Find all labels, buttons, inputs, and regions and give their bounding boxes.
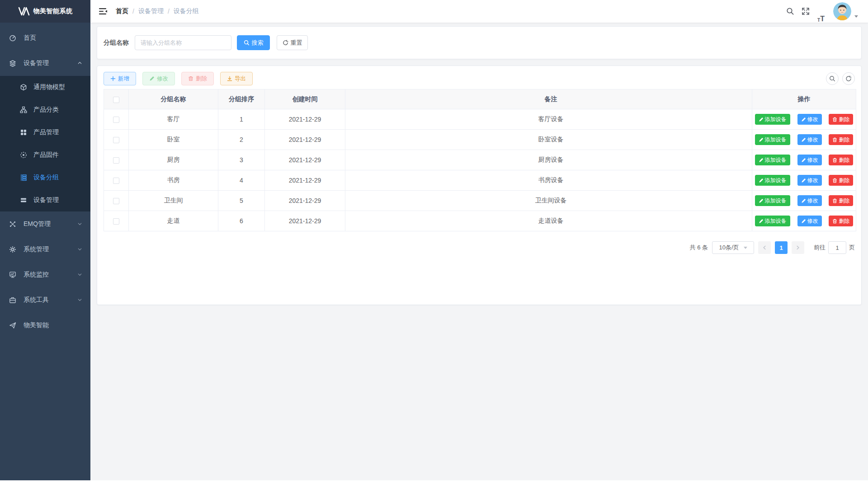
search-panel: 分组名称 搜索 重置 xyxy=(97,26,862,59)
header-group-order: 分组排序 xyxy=(218,89,265,109)
chevron-down-icon xyxy=(77,296,82,304)
row-delete-button[interactable]: 删除 xyxy=(829,155,853,165)
device-group-icon xyxy=(20,174,27,181)
sidebar-item-system-management[interactable]: 系统管理 xyxy=(0,237,90,262)
cell-group-name: 卫生间 xyxy=(129,191,218,211)
add-device-button[interactable]: 添加设备 xyxy=(755,175,790,186)
dashboard-icon xyxy=(9,34,16,42)
sidebar-item-wumei-smart[interactable]: 物美智能 xyxy=(0,313,90,338)
add-device-button[interactable]: 添加设备 xyxy=(755,134,790,145)
add-device-button[interactable]: 添加设备 xyxy=(755,216,790,226)
table-panel: 新增 修改 删除 导出 xyxy=(97,66,862,305)
app-logo[interactable]: 物美智能系统 xyxy=(0,0,90,23)
emq-node-icon xyxy=(9,221,16,228)
row-checkbox[interactable] xyxy=(113,137,119,143)
cell-remark: 客厅设备 xyxy=(345,109,752,130)
sidebar-item-label: 系统管理 xyxy=(24,245,49,253)
sidebar-item-label: 产品固件 xyxy=(33,151,59,159)
cell-remark: 厨房设备 xyxy=(345,150,752,170)
cell-group-name: 书房 xyxy=(129,170,218,191)
cell-actions: 添加设备 修改 删除 xyxy=(752,109,856,130)
cell-group-order: 3 xyxy=(218,150,265,170)
breadcrumb-home[interactable]: 首页 xyxy=(116,7,128,15)
row-checkbox[interactable] xyxy=(113,218,119,225)
header-group-name: 分组名称 xyxy=(129,89,218,109)
add-button[interactable]: 新增 xyxy=(104,72,136,85)
export-button[interactable]: 导出 xyxy=(220,72,253,85)
row-edit-button[interactable]: 修改 xyxy=(797,134,822,145)
cell-group-order: 6 xyxy=(218,211,265,231)
user-menu[interactable] xyxy=(833,2,858,20)
cell-group-name: 厨房 xyxy=(129,150,218,170)
sidebar-item-system-monitor[interactable]: 系统监控 xyxy=(0,262,90,287)
header-remark: 备注 xyxy=(345,89,752,109)
sidebar-item-product-category[interactable]: 产品分类 xyxy=(0,99,90,121)
sidebar-item-device-management[interactable]: 设备管理 xyxy=(0,51,90,76)
sidebar-item-thing-model[interactable]: 通用物模型 xyxy=(0,76,90,99)
row-delete-button[interactable]: 删除 xyxy=(829,195,853,206)
sidebar-item-device-management-sub[interactable]: 设备管理 xyxy=(0,189,90,211)
cell-group-name: 走道 xyxy=(129,211,218,231)
cell-created-time: 2021-12-29 xyxy=(265,170,345,191)
next-page-button[interactable] xyxy=(792,241,804,254)
page-number-1[interactable]: 1 xyxy=(775,241,788,254)
breadcrumb: 首页 / 设备管理 / 设备分组 xyxy=(116,7,199,15)
row-edit-button[interactable]: 修改 xyxy=(797,114,822,125)
group-name-input[interactable] xyxy=(135,35,231,50)
search-button[interactable]: 搜索 xyxy=(237,35,270,50)
grid-icon xyxy=(20,129,27,136)
row-checkbox[interactable] xyxy=(113,157,119,164)
table-row: 书房 4 2021-12-29 书房设备 添加设备 修改 xyxy=(104,170,856,191)
sidebar-item-home[interactable]: 首页 xyxy=(0,25,90,51)
font-size-icon[interactable]: TT xyxy=(813,0,829,23)
cell-actions: 添加设备 修改 删除 xyxy=(752,130,856,150)
refresh-icon[interactable] xyxy=(842,72,855,85)
select-all-checkbox[interactable] xyxy=(113,97,119,103)
sitemap-icon xyxy=(20,106,27,113)
reset-button[interactable]: 重置 xyxy=(277,35,308,50)
sidebar-item-product-firmware[interactable]: 产品固件 xyxy=(0,144,90,166)
row-delete-button[interactable]: 删除 xyxy=(829,216,853,226)
search-icon[interactable] xyxy=(783,0,798,23)
cell-actions: 添加设备 修改 删除 xyxy=(752,170,856,191)
group-name-label: 分组名称 xyxy=(104,39,129,47)
add-device-button[interactable]: 添加设备 xyxy=(755,155,790,165)
prev-page-button[interactable] xyxy=(758,241,771,254)
row-delete-button[interactable]: 删除 xyxy=(829,114,853,125)
sidebar-item-emq-management[interactable]: EMQ管理 xyxy=(0,211,90,237)
row-delete-button[interactable]: 删除 xyxy=(829,175,853,186)
sidebar-item-product-management[interactable]: 产品管理 xyxy=(0,121,90,144)
chevron-down-icon xyxy=(77,221,82,228)
sidebar-item-system-tools[interactable]: 系统工具 xyxy=(0,287,90,313)
row-edit-button[interactable]: 修改 xyxy=(797,175,822,186)
row-checkbox[interactable] xyxy=(113,178,119,184)
chevron-down-icon xyxy=(744,247,747,249)
delete-button[interactable]: 删除 xyxy=(181,72,214,85)
edit-button[interactable]: 修改 xyxy=(142,72,175,85)
chevron-down-icon xyxy=(77,271,82,278)
sidebar-item-label: EMQ管理 xyxy=(24,220,51,228)
page-size-select[interactable]: 10条/页 xyxy=(712,241,754,254)
goto-page-input[interactable] xyxy=(828,241,846,254)
table-header-row: 分组名称 分组排序 创建时间 备注 操作 xyxy=(104,89,856,109)
avatar[interactable] xyxy=(833,2,851,20)
row-edit-button[interactable]: 修改 xyxy=(797,195,822,206)
fullscreen-icon[interactable] xyxy=(798,0,813,23)
app-window: 物美智能系统 首页 设备管理 xyxy=(0,0,868,488)
table-row: 客厅 1 2021-12-29 客厅设备 添加设备 修改 xyxy=(104,109,856,130)
row-delete-button[interactable]: 删除 xyxy=(829,134,853,145)
row-edit-button[interactable]: 修改 xyxy=(797,216,822,226)
breadcrumb-separator: / xyxy=(168,8,170,15)
sidebar-item-device-group[interactable]: 设备分组 xyxy=(0,166,90,189)
add-device-button[interactable]: 添加设备 xyxy=(755,114,790,125)
cell-group-order: 5 xyxy=(218,191,265,211)
top-navbar: 首页 / 设备管理 / 设备分组 TT xyxy=(90,0,868,23)
add-device-button[interactable]: 添加设备 xyxy=(755,195,790,206)
toggle-search-icon[interactable] xyxy=(826,72,839,85)
row-checkbox[interactable] xyxy=(113,117,119,123)
cell-actions: 添加设备 修改 删除 xyxy=(752,150,856,170)
sidebar-collapse-icon[interactable] xyxy=(99,7,108,16)
cell-group-name: 卧室 xyxy=(129,130,218,150)
row-checkbox[interactable] xyxy=(113,198,119,204)
row-edit-button[interactable]: 修改 xyxy=(797,155,822,165)
